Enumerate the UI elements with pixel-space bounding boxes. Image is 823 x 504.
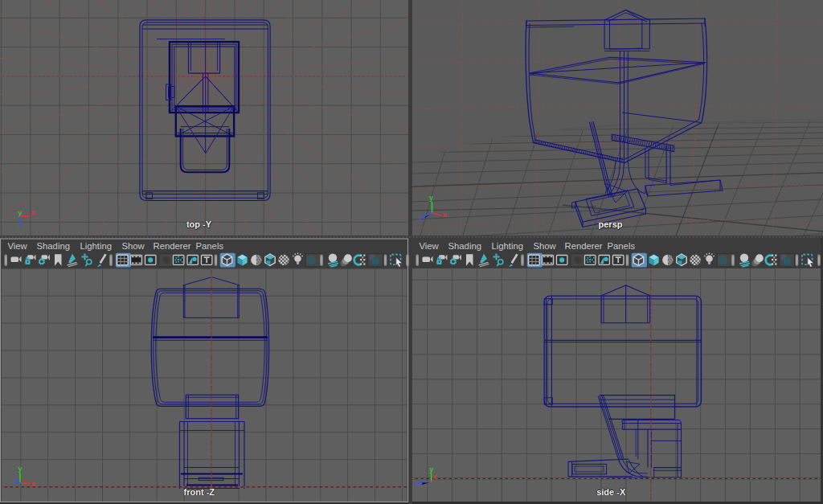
svg-text:x: x (31, 480, 35, 488)
svg-text:z: z (14, 477, 18, 485)
svg-text:Lighting: Lighting (492, 241, 524, 251)
svg-text:Panels: Panels (608, 241, 636, 251)
svg-text:y: y (429, 194, 433, 202)
svg-text:top -Y: top -Y (186, 219, 212, 229)
svg-text:x: x (442, 211, 446, 219)
svg-text:z: z (18, 222, 23, 230)
svg-text:Renderer: Renderer (154, 241, 191, 251)
svg-text:View: View (420, 241, 440, 251)
svg-text:x: x (432, 473, 436, 481)
svg-text:Show: Show (122, 241, 145, 251)
svg-text:side -X: side -X (596, 487, 626, 497)
svg-text:View: View (8, 241, 28, 251)
svg-text:front -Z: front -Z (184, 487, 215, 497)
svg-text:Panels: Panels (196, 241, 224, 251)
svg-text:y: y (18, 465, 22, 473)
svg-text:persp: persp (599, 219, 623, 229)
svg-text:Lighting: Lighting (80, 241, 113, 251)
svg-text:Shading: Shading (37, 241, 70, 251)
svg-text:z: z (416, 478, 420, 486)
svg-text:Shading: Shading (448, 241, 481, 251)
svg-text:Show: Show (534, 241, 557, 251)
svg-text:x: x (31, 208, 35, 216)
svg-text:z: z (420, 214, 424, 222)
svg-text:Renderer: Renderer (565, 241, 603, 251)
